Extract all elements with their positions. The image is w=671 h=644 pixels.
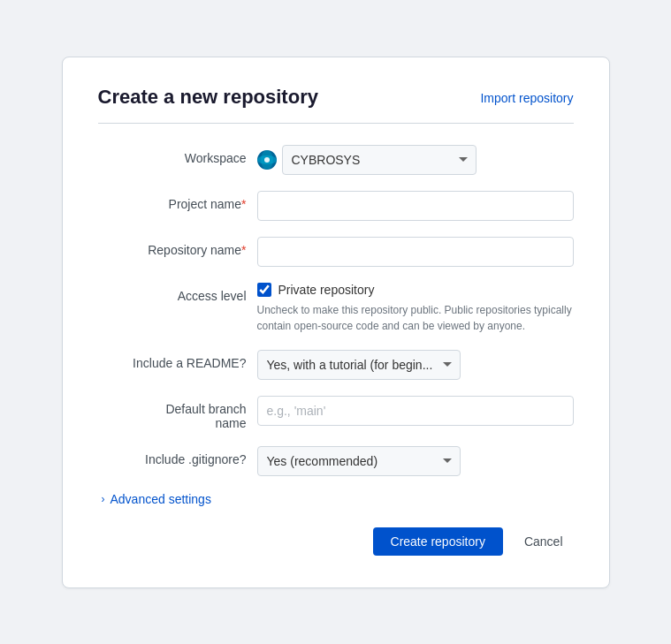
svg-point-3 bbox=[264, 157, 270, 163]
project-name-input[interactable] bbox=[257, 191, 574, 221]
readme-control: Yes, with a tutorial (for begin... Yes, … bbox=[257, 350, 574, 380]
advanced-settings-label: Advanced settings bbox=[111, 492, 211, 506]
project-name-row: Project name* bbox=[98, 191, 574, 221]
private-repo-label[interactable]: Private repository bbox=[278, 283, 375, 297]
chevron-right-icon: › bbox=[102, 493, 105, 505]
header-divider bbox=[98, 123, 574, 124]
card-header: Create a new repository Import repositor… bbox=[98, 86, 574, 109]
repository-name-label: Repository name* bbox=[98, 237, 257, 257]
readme-select[interactable]: Yes, with a tutorial (for begin... Yes, … bbox=[257, 350, 461, 380]
private-repo-checkbox[interactable] bbox=[257, 283, 271, 297]
access-level-row: Access level Private repository Uncheck … bbox=[98, 283, 574, 334]
gitignore-row: Include .gitignore? Yes (recommended) No bbox=[98, 446, 574, 476]
default-branch-label: Default branch name bbox=[98, 396, 257, 430]
workspace-select[interactable]: CYBROSYS bbox=[282, 145, 477, 175]
project-name-control bbox=[257, 191, 574, 221]
actions-row: Create repository Cancel bbox=[98, 527, 574, 556]
gitignore-control: Yes (recommended) No bbox=[257, 446, 574, 476]
workspace-icon bbox=[257, 150, 277, 170]
default-branch-row: Default branch name bbox=[98, 396, 574, 430]
advanced-settings-toggle[interactable]: › Advanced settings bbox=[102, 492, 211, 506]
page-title: Create a new repository bbox=[98, 86, 318, 109]
readme-row: Include a README? Yes, with a tutorial (… bbox=[98, 350, 574, 380]
workspace-label: Workspace bbox=[98, 145, 257, 165]
readme-label: Include a README? bbox=[98, 350, 257, 370]
repository-name-required: * bbox=[241, 243, 246, 257]
access-hint-text: Uncheck to make this repository public. … bbox=[257, 302, 574, 334]
access-level-label: Access level bbox=[98, 283, 257, 303]
advanced-settings-row: › Advanced settings bbox=[98, 492, 574, 506]
repository-name-row: Repository name* bbox=[98, 237, 574, 267]
create-repository-button[interactable]: Create repository bbox=[373, 527, 503, 556]
workspace-control: CYBROSYS bbox=[257, 145, 574, 175]
private-repo-checkbox-area: Private repository bbox=[257, 283, 574, 297]
project-name-required: * bbox=[241, 197, 246, 211]
default-branch-control bbox=[257, 396, 574, 426]
repository-name-input[interactable] bbox=[257, 237, 574, 267]
default-branch-input[interactable] bbox=[257, 396, 574, 426]
repository-name-control bbox=[257, 237, 574, 267]
gitignore-label: Include .gitignore? bbox=[98, 446, 257, 466]
workspace-row: Workspace CYBROSYS bbox=[98, 145, 574, 175]
create-repository-card: Create a new repository Import repositor… bbox=[62, 57, 610, 588]
access-level-control: Private repository Uncheck to make this … bbox=[257, 283, 574, 334]
import-repository-link[interactable]: Import repository bbox=[480, 91, 573, 105]
cancel-button[interactable]: Cancel bbox=[514, 527, 574, 556]
project-name-label: Project name* bbox=[98, 191, 257, 211]
gitignore-select[interactable]: Yes (recommended) No bbox=[257, 446, 461, 476]
